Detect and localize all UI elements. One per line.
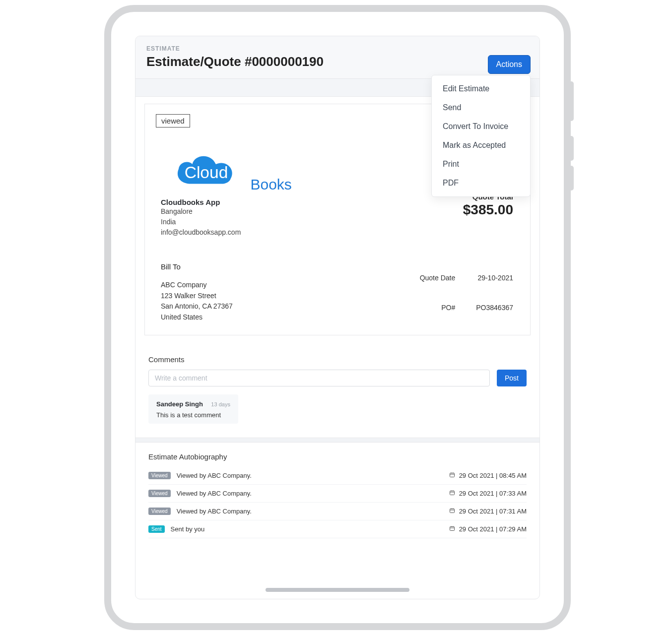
company-country: India [161, 217, 514, 227]
actions-button[interactable]: Actions [488, 55, 531, 74]
logo-text-books: Books [250, 176, 291, 192]
po-label: PO# [400, 293, 456, 322]
calendar-icon [449, 525, 455, 533]
section-divider [135, 438, 539, 443]
autobiography-date: 29 Oct 2021 | 07:31 AM [459, 508, 527, 515]
status-pill: Viewed [148, 490, 171, 497]
status-pill: Viewed [148, 508, 171, 515]
autobiography-date: 29 Oct 2021 | 07:29 AM [459, 525, 527, 533]
autobiography-date: 29 Oct 2021 | 08:45 AM [459, 472, 527, 479]
autobiography-text: Viewed by ABC Company. [177, 508, 252, 515]
menu-item-edit-estimate[interactable]: Edit Estimate [432, 79, 530, 98]
billto-heading: Bill To [161, 262, 399, 271]
company-email: info@cloudbooksapp.com [161, 227, 514, 238]
svg-text:Cloud: Cloud [185, 163, 228, 182]
menu-item-mark-as-accepted[interactable]: Mark as Accepted [432, 136, 530, 155]
menu-item-send[interactable]: Send [432, 98, 530, 117]
menu-item-print[interactable]: Print [432, 155, 530, 174]
comment-input-row: Post [148, 370, 527, 386]
svg-rect-9 [450, 509, 454, 512]
quote-meta-table: Quote Date 29-10-2021 PO# PO3846367 [399, 262, 514, 323]
app-screen: ESTIMATE Estimate/Quote #0000000190 Acti… [135, 36, 540, 599]
comment-input[interactable] [148, 370, 490, 386]
quote-total-value: $385.00 [463, 202, 513, 218]
comment-author: Sandeep Singh [156, 400, 203, 408]
autobiography-heading: Estimate Autobiography [148, 452, 527, 461]
status-pill: Sent [148, 525, 165, 533]
page-title: Estimate/Quote #0000000190 [146, 54, 529, 69]
billto-block: Bill To ABC Company 123 Walker Street Sa… [161, 262, 399, 323]
company-address-block: Cloudbooks App Bangalore India info@clou… [161, 198, 514, 238]
home-indicator [266, 588, 409, 592]
calendar-icon [449, 472, 455, 479]
quote-date-value: 29-10-2021 [456, 263, 513, 292]
cloudbooks-logo-icon: Cloud [171, 147, 249, 190]
calendar-icon [449, 508, 455, 515]
autobiography-row: SentSent by you29 Oct 2021 | 07:29 AM [148, 520, 527, 538]
company-name: Cloudbooks App [161, 198, 514, 206]
billto-line3: United States [161, 312, 399, 323]
menu-item-pdf[interactable]: PDF [432, 174, 530, 192]
company-city: Bangalore [161, 206, 514, 217]
page-eyebrow: ESTIMATE [146, 45, 529, 52]
tablet-side-button [569, 81, 574, 121]
page-header: ESTIMATE Estimate/Quote #0000000190 Acti… [135, 36, 539, 79]
autobiography-row: ViewedViewed by ABC Company.29 Oct 2021 … [148, 467, 527, 485]
comment-age: 13 days [211, 401, 230, 407]
calendar-icon [449, 490, 455, 497]
autobiography-text: Viewed by ABC Company. [177, 490, 252, 497]
comments-section: Comments Post Sandeep Singh 13 days This… [144, 355, 531, 424]
tablet-side-button [569, 136, 574, 161]
comment-card: Sandeep Singh 13 days This is a test com… [148, 394, 238, 424]
tablet-frame: ESTIMATE Estimate/Quote #0000000190 Acti… [104, 5, 571, 630]
svg-rect-5 [450, 491, 454, 495]
autobiography-section: Estimate Autobiography ViewedViewed by A… [144, 443, 531, 542]
quote-date-label: Quote Date [400, 263, 456, 292]
autobiography-date: 29 Oct 2021 | 07:33 AM [459, 490, 527, 497]
billto-name: ABC Company [161, 280, 399, 291]
autobiography-text: Viewed by ABC Company. [177, 472, 252, 479]
status-pill: Viewed [148, 472, 171, 479]
autobiography-text: Sent by you [171, 525, 205, 533]
actions-menu: Edit Estimate Send Convert To Invoice Ma… [431, 75, 531, 197]
po-value: PO3846367 [456, 293, 513, 322]
billto-line1: 123 Walker Street [161, 291, 399, 302]
billto-line2: San Antonio, CA 27367 [161, 301, 399, 312]
autobiography-row: ViewedViewed by ABC Company.29 Oct 2021 … [148, 503, 527, 520]
tablet-side-button [569, 166, 574, 191]
status-badge: viewed [156, 114, 190, 128]
autobiography-row: ViewedViewed by ABC Company.29 Oct 2021 … [148, 485, 527, 503]
comments-heading: Comments [148, 355, 527, 364]
svg-rect-1 [450, 473, 454, 477]
svg-rect-13 [450, 526, 454, 530]
post-button[interactable]: Post [497, 370, 527, 386]
comment-body: This is a test comment [156, 411, 230, 419]
billto-row: Bill To ABC Company 123 Walker Street Sa… [161, 262, 514, 323]
menu-item-convert-to-invoice[interactable]: Convert To Invoice [432, 117, 530, 136]
